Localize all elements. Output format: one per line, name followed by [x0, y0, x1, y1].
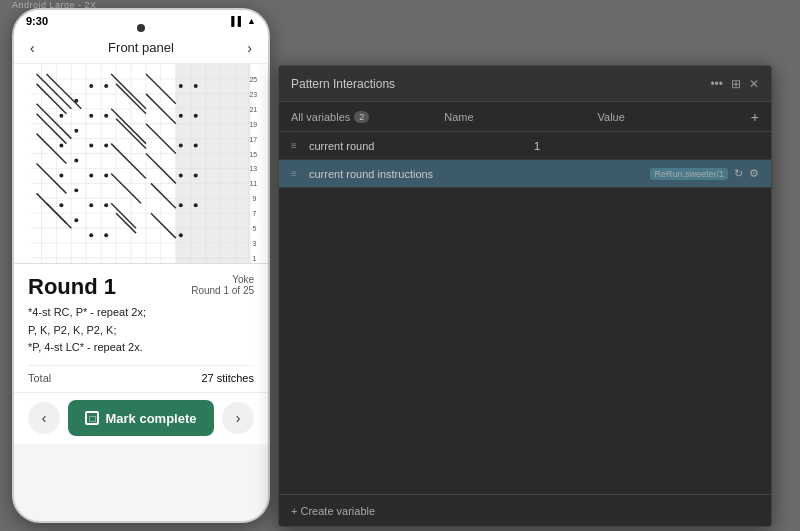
- table-row[interactable]: ≡ current round 1: [279, 132, 771, 160]
- next-round-button[interactable]: ›: [222, 402, 254, 434]
- row-value: 1: [534, 140, 759, 152]
- filter-count: 2: [354, 111, 369, 123]
- svg-text:9: 9: [252, 195, 256, 202]
- svg-text:25: 25: [249, 76, 257, 83]
- svg-point-53: [104, 84, 108, 88]
- svg-point-63: [104, 233, 108, 237]
- svg-point-80: [194, 173, 198, 177]
- svg-rect-28: [176, 64, 251, 263]
- pattern-instructions: *4-st RC, P* - repeat 2x; P, K, P2, K, P…: [28, 304, 254, 357]
- prev-round-button[interactable]: ‹: [28, 402, 60, 434]
- svg-point-76: [194, 114, 198, 118]
- refresh-action[interactable]: ↻: [734, 167, 743, 180]
- mark-complete-label: Mark complete: [105, 411, 196, 426]
- row-drag-icon: ≡: [291, 140, 305, 151]
- table-row-selected[interactable]: ≡ current round instructions ReRun.sweet…: [279, 160, 771, 188]
- svg-point-83: [179, 233, 183, 237]
- svg-point-81: [179, 203, 183, 207]
- svg-point-74: [194, 84, 198, 88]
- svg-line-50: [151, 183, 176, 208]
- back-arrow[interactable]: ‹: [30, 40, 35, 56]
- content-area: Round 1 Yoke Round 1 of 25 *4-st RC, P* …: [14, 264, 268, 392]
- svg-point-75: [179, 114, 183, 118]
- svg-line-45: [116, 213, 136, 233]
- svg-point-70: [59, 144, 63, 148]
- svg-point-67: [74, 188, 78, 192]
- svg-text:21: 21: [249, 106, 257, 113]
- round-header: Round 1 Yoke Round 1 of 25: [28, 274, 254, 300]
- instruction-line-2: P, K, P2, K, P2, K;: [28, 322, 254, 340]
- svg-point-61: [104, 203, 108, 207]
- rerun-action[interactable]: ReRun.sweeter/1: [650, 168, 728, 180]
- filter-label[interactable]: All variables: [291, 111, 350, 123]
- layout-icon[interactable]: ⊞: [731, 77, 741, 91]
- svg-text:11: 11: [249, 180, 257, 187]
- round-title: Round 1: [28, 274, 116, 300]
- svg-line-37: [46, 203, 71, 228]
- svg-point-82: [194, 203, 198, 207]
- svg-point-58: [89, 173, 93, 177]
- row-drag-icon-2: ≡: [291, 168, 305, 179]
- nav-title: Front panel: [108, 40, 174, 55]
- svg-point-62: [89, 233, 93, 237]
- svg-point-59: [104, 173, 108, 177]
- camera-dot: [137, 24, 145, 32]
- svg-text:7: 7: [252, 210, 256, 217]
- svg-line-35: [37, 164, 67, 194]
- svg-text:5: 5: [252, 225, 256, 232]
- panel-title: Pattern Interactions: [291, 77, 395, 91]
- svg-point-71: [59, 173, 63, 177]
- signal-icon: ▌▌: [231, 16, 244, 26]
- svg-text:3: 3: [252, 240, 256, 247]
- table-header: All variables 2 Name Value +: [279, 102, 771, 132]
- svg-text:1: 1: [252, 255, 256, 262]
- svg-line-51: [151, 213, 176, 238]
- total-row: Total 27 stitches: [28, 365, 254, 384]
- create-variable-label: + Create variable: [291, 505, 375, 517]
- row-name-2: current round instructions: [309, 168, 650, 180]
- section-sub: Round 1 of 25: [191, 285, 254, 296]
- forward-arrow[interactable]: ›: [247, 40, 252, 56]
- svg-text:23: 23: [249, 91, 257, 98]
- panel-content: [279, 188, 771, 494]
- row-actions: ReRun.sweeter/1 ↻ ⚙: [650, 167, 759, 180]
- more-icon[interactable]: •••: [710, 77, 723, 91]
- panel-header-icons: ••• ⊞ ✕: [710, 77, 759, 91]
- svg-line-44: [111, 203, 136, 228]
- device-frame: 9:30 ▌▌ ▲ ‹ Front panel ›: [12, 8, 270, 523]
- instruction-line-1: *4-st RC, P* - repeat 2x;: [28, 304, 254, 322]
- col-name-header: Name: [444, 111, 597, 123]
- svg-point-69: [59, 114, 63, 118]
- svg-point-57: [104, 144, 108, 148]
- svg-point-78: [194, 144, 198, 148]
- total-label: Total: [28, 372, 51, 384]
- svg-text:13: 13: [249, 165, 257, 172]
- pattern-interactions-panel: Pattern Interactions ••• ⊞ ✕ All variabl…: [278, 65, 772, 527]
- col-value-header: Value: [598, 111, 751, 123]
- svg-point-72: [59, 203, 63, 207]
- svg-point-55: [104, 114, 108, 118]
- create-variable-button[interactable]: + Create variable: [291, 505, 375, 517]
- svg-text:17: 17: [249, 136, 257, 143]
- instruction-line-3: *P, 4-st LC* - repeat 2x.: [28, 339, 254, 357]
- close-icon[interactable]: ✕: [749, 77, 759, 91]
- svg-point-56: [89, 144, 93, 148]
- svg-point-65: [74, 129, 78, 133]
- settings-action[interactable]: ⚙: [749, 167, 759, 180]
- svg-point-77: [179, 144, 183, 148]
- device-nav-bar: ‹ Front panel ›: [14, 32, 268, 64]
- bottom-nav: ‹ □ Mark complete ›: [14, 392, 268, 444]
- add-variable-icon[interactable]: +: [751, 109, 759, 125]
- mark-complete-button[interactable]: □ Mark complete: [68, 400, 214, 436]
- wifi-icon: ▲: [247, 16, 256, 26]
- filter-col: All variables 2: [291, 111, 444, 123]
- status-icons: ▌▌ ▲: [231, 16, 256, 26]
- svg-text:15: 15: [249, 151, 257, 158]
- svg-point-52: [89, 84, 93, 88]
- svg-point-73: [179, 84, 183, 88]
- section-info: Yoke Round 1 of 25: [191, 274, 254, 296]
- section-name: Yoke: [191, 274, 254, 285]
- panel-footer: + Create variable: [279, 494, 771, 526]
- pattern-area: 1 3 5 7 9 11 13 15 17 19 21 23 25: [14, 64, 268, 264]
- svg-point-54: [89, 114, 93, 118]
